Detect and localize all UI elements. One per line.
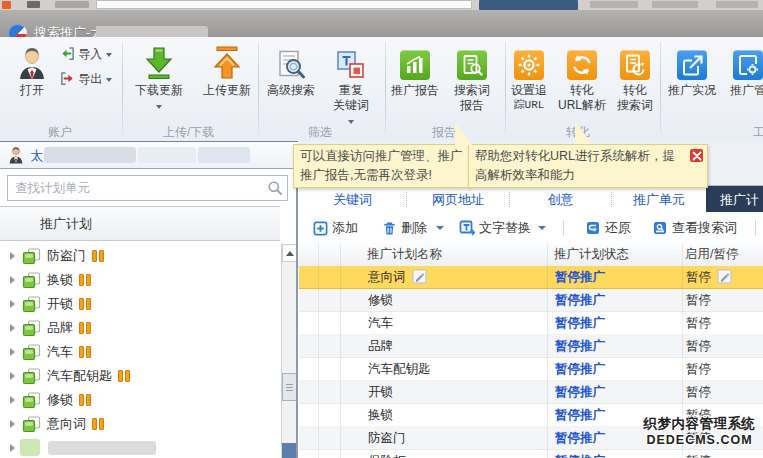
plan-status-link[interactable]: 暂停推广 [555, 289, 605, 312]
import-button[interactable]: 导入 [60, 43, 112, 65]
expand-arrow-icon[interactable] [10, 348, 15, 356]
plan-status-link[interactable]: 暂停推广 [555, 335, 605, 358]
plan-tree-item[interactable]: 意向词 [0, 412, 278, 436]
user-name: 太 [30, 147, 43, 165]
plan-tree-item[interactable]: 修锁 [0, 388, 278, 412]
chevron-down-icon[interactable] [436, 226, 444, 230]
open-account-button[interactable]: 打开 [6, 40, 58, 98]
duplicate-keywords-button[interactable]: 重复 关键词 [322, 40, 380, 127]
person-icon [6, 40, 58, 80]
set-tracking-url-button[interactable]: 设置追 踪URL [506, 40, 552, 113]
add-button[interactable]: 添加 [313, 212, 358, 243]
download-update-button[interactable]: 下载更新 [126, 40, 192, 112]
promotion-manage-button[interactable]: 推广管 [722, 40, 763, 98]
col-header-plan-status[interactable]: 推广计划状态 [554, 243, 629, 266]
plan-tree-item[interactable]: 防盗门 [0, 244, 278, 268]
conversion-url-parse-button[interactable]: 转化 URL解析 [552, 40, 612, 113]
group-label-updown: 上传/下载 [163, 124, 214, 141]
text-replace-button[interactable]: 文字替换 [459, 212, 531, 243]
redacted-folder-icon [20, 439, 40, 456]
scroll-up-button[interactable] [282, 244, 297, 262]
plan-tree-item[interactable]: 开锁 [0, 292, 278, 316]
background-fragment [27, 1, 40, 8]
scrollbar-thumb[interactable] [282, 373, 297, 401]
table-row-selected[interactable]: 意向词 暂停推广 暂停 [299, 266, 763, 289]
plan-tree-item[interactable]: 品牌 [0, 316, 278, 340]
plan-tree-panel: 推广计划 防盗门 换锁 开锁 品牌 汽车 [0, 168, 296, 458]
plan-status-link[interactable]: 暂停推广 [555, 358, 605, 381]
expand-arrow-icon[interactable] [10, 444, 15, 452]
edit-icon[interactable] [717, 269, 732, 284]
close-icon[interactable] [690, 149, 703, 162]
search-input[interactable] [13, 177, 262, 199]
scrollbar-end-block[interactable] [282, 443, 296, 458]
upload-update-button[interactable]: 上传更新 [196, 40, 258, 98]
plan-status-link[interactable]: 暂停推广 [555, 427, 605, 450]
group-separator [122, 42, 123, 134]
tab-creative[interactable]: 创意 [510, 186, 611, 213]
plan-folder-icon [22, 272, 41, 289]
plan-folder-icon [22, 416, 41, 433]
plan-status-link[interactable]: 暂停推广 [555, 312, 605, 335]
tab-keywords[interactable]: 关键词 [300, 186, 405, 213]
chevron-down-icon[interactable] [106, 53, 112, 57]
background-window-strip [0, 0, 763, 10]
delete-button[interactable]: 删除 [382, 212, 427, 243]
tab-promotion-plan-selected[interactable]: 推广计 [706, 186, 763, 213]
download-icon [126, 40, 192, 80]
table-row[interactable]: 汽车 暂停推广 暂停 [299, 312, 763, 335]
edit-icon[interactable] [412, 269, 427, 284]
restore-button[interactable]: 还原 [585, 212, 631, 243]
expand-arrow-icon[interactable] [10, 252, 15, 260]
paused-status-icon [79, 298, 91, 310]
table-row[interactable]: 修锁 暂停推广 暂停 [299, 289, 763, 312]
tab-web-address[interactable]: 网页地址 [407, 186, 509, 213]
promotion-live-button[interactable]: 推广实况 [666, 40, 718, 98]
chevron-down-icon[interactable] [538, 226, 546, 230]
view-search-terms-icon [652, 220, 668, 236]
expand-arrow-icon[interactable] [10, 276, 15, 284]
background-fragment [716, 1, 758, 8]
chevron-down-icon[interactable] [156, 105, 162, 109]
group-separator [660, 42, 661, 134]
conversion-tooltip: 帮助您对转化URL进行系统解析，提 高解析效率和能力 [468, 144, 708, 188]
plan-status-link[interactable]: 暂停推广 [555, 404, 605, 427]
table-row[interactable]: 保险柜 暂停推广 暂停 [299, 450, 763, 458]
table-row[interactable]: 换锁 暂停推广 暂停 [299, 404, 763, 427]
plan-tree-item[interactable]: 换锁 [0, 268, 278, 292]
export-button[interactable]: 导出 [60, 68, 112, 90]
table-row[interactable]: 汽车配钥匙 暂停推广 暂停 [299, 358, 763, 381]
plan-status-link[interactable]: 暂停推广 [555, 450, 605, 458]
redacted-user-text [198, 147, 250, 163]
plan-status-link[interactable]: 暂停推广 [555, 266, 605, 289]
doc-search-report-icon [446, 40, 498, 80]
plan-folder-icon [22, 368, 41, 385]
chevron-down-icon[interactable] [106, 78, 112, 82]
expand-arrow-icon[interactable] [10, 300, 15, 308]
table-row[interactable]: 品牌 暂停推广 暂停 [299, 335, 763, 358]
plan-status-link[interactable]: 暂停推广 [555, 381, 605, 404]
col-header-enable-pause[interactable]: 启用/暂停 [685, 243, 738, 266]
tab-promotion-unit[interactable]: 推广单元 [612, 186, 706, 213]
expand-arrow-icon[interactable] [10, 420, 15, 428]
search-icon[interactable] [267, 180, 283, 196]
table-row[interactable]: 开锁 暂停推广 暂停 [299, 381, 763, 404]
title-bar: 搜索推广-太 [0, 10, 763, 37]
col-header-plan-name[interactable]: 推广计划名称 [367, 243, 442, 266]
conversion-search-terms-button[interactable]: 转化 搜索词 [612, 40, 658, 113]
group-label-filter: 筛选 [308, 124, 332, 141]
plan-tree-item-redacted[interactable] [0, 436, 278, 458]
paused-status-icon [92, 418, 104, 430]
tree-scrollbar[interactable] [281, 244, 296, 458]
expand-arrow-icon[interactable] [10, 396, 15, 404]
expand-arrow-icon[interactable] [10, 372, 15, 380]
view-search-terms-button[interactable]: 查看搜索词 [652, 212, 737, 243]
plan-tree-item[interactable]: 汽车配钥匙 [0, 364, 278, 388]
table-row[interactable]: 防盗门 暂停推广 暂停 [299, 427, 763, 450]
advanced-search-button[interactable]: 高级搜索 [262, 40, 320, 98]
search-term-report-button[interactable]: 搜索词 报告 [446, 40, 498, 113]
expand-arrow-icon[interactable] [10, 324, 15, 332]
plan-tree-item[interactable]: 汽车 [0, 340, 278, 364]
promotion-report-button[interactable]: 推广报告 [388, 40, 442, 98]
chevron-down-icon[interactable] [348, 120, 354, 124]
